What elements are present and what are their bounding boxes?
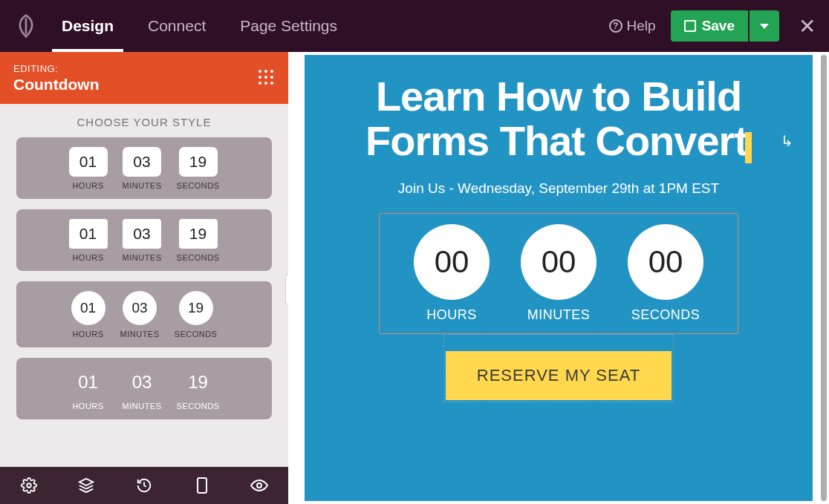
style2-hours-label: HOURS — [72, 253, 103, 262]
style3-minutes-label: MINUTES — [120, 330, 160, 338]
save-group: Save — [671, 10, 779, 42]
svg-rect-2 — [198, 478, 207, 493]
style-option-circle[interactable]: 01HOURS 03MINUTES 19SECONDS — [16, 281, 272, 347]
style1-seconds: 19 — [179, 147, 218, 177]
history-icon — [136, 477, 152, 494]
style-heading: CHOOSE YOUR STYLE — [0, 104, 288, 137]
top-bar: Design Connect Page Settings ? Help Save… — [0, 0, 829, 52]
hero-title[interactable]: Learn How to Build Forms That Convert — [358, 74, 759, 164]
style4-seconds: 19 — [179, 367, 218, 397]
hero-subtitle[interactable]: Join Us - Wednesday, September 29th at 1… — [398, 180, 719, 197]
style3-hours: 01 — [71, 291, 105, 325]
style2-hours: 01 — [69, 219, 108, 249]
help-label: Help — [627, 18, 656, 34]
main-area: EDITING: Countdown CHOOSE YOUR STYLE 01H… — [0, 52, 829, 504]
close-button[interactable]: ✕ — [799, 14, 816, 39]
preview-minutes: 00 — [521, 224, 596, 300]
save-label: Save — [702, 18, 735, 34]
style2-seconds-label: SECONDS — [177, 253, 220, 262]
page-preview[interactable]: Learn How to Build Forms That Convert ↳ … — [305, 55, 813, 501]
layers-button[interactable] — [77, 477, 95, 494]
save-button[interactable]: Save — [671, 10, 748, 42]
style3-seconds-label: SECONDS — [175, 330, 218, 338]
help-icon: ? — [609, 19, 622, 33]
eye-icon — [250, 479, 268, 492]
svg-point-0 — [27, 483, 31, 488]
left-bottom-toolbar — [0, 467, 288, 504]
cursor-flourish-icon: ↳ — [781, 132, 793, 150]
style1-seconds-label: SECONDS — [177, 181, 220, 190]
style-list: 01HOURS 03MINUTES 19SECONDS 01HOURS 03MI… — [0, 137, 288, 467]
cta-wrapper: RESERVE MY SEAT — [443, 334, 674, 402]
left-panel: EDITING: Countdown CHOOSE YOUR STYLE 01H… — [0, 52, 288, 504]
style1-hours-label: HOURS — [72, 181, 103, 190]
leaf-icon — [13, 13, 39, 39]
gear-icon — [21, 477, 37, 494]
style3-hours-label: HOURS — [72, 330, 103, 338]
preview-seconds-label: SECONDS — [631, 307, 700, 323]
style2-seconds: 19 — [179, 219, 218, 249]
hero-title-line2: Forms That Convert — [365, 117, 747, 164]
preview-pane: Learn How to Build Forms That Convert ↳ … — [288, 52, 829, 504]
tab-connect[interactable]: Connect — [131, 0, 223, 52]
chevron-down-icon — [760, 24, 769, 29]
svg-point-4 — [257, 483, 261, 488]
style4-hours: 01 — [69, 367, 108, 397]
tab-page-settings[interactable]: Page Settings — [223, 0, 354, 52]
style-option-square[interactable]: 01HOURS 03MINUTES 19SECONDS — [16, 209, 272, 271]
settings-button[interactable] — [20, 477, 38, 494]
device-preview-button[interactable] — [193, 477, 211, 494]
editing-label: EDITING: — [13, 63, 99, 74]
top-tabs: Design Connect Page Settings — [45, 0, 354, 52]
style-option-rounded[interactable]: 01HOURS 03MINUTES 19SECONDS — [16, 137, 272, 199]
style1-minutes-label: MINUTES — [123, 181, 162, 190]
style3-seconds: 19 — [179, 291, 213, 325]
save-icon — [684, 20, 696, 32]
style4-minutes: 03 — [123, 367, 161, 397]
style4-hours-label: HOURS — [72, 402, 103, 410]
panel-header: EDITING: Countdown — [0, 52, 288, 104]
style1-hours: 01 — [69, 147, 108, 177]
editing-block-name: Countdown — [13, 76, 99, 94]
cta-button[interactable]: RESERVE MY SEAT — [446, 351, 672, 400]
preview-hours-label: HOURS — [426, 307, 477, 323]
preview-scrollbar[interactable] — [821, 55, 827, 501]
text-cursor — [745, 132, 752, 163]
mobile-icon — [196, 477, 208, 494]
preview-hours: 00 — [414, 224, 490, 300]
style2-minutes: 03 — [123, 219, 161, 249]
preview-seconds: 00 — [628, 224, 703, 300]
countdown-block[interactable]: 00HOURS 00MINUTES 00SECONDS — [379, 213, 738, 334]
style-option-plain[interactable]: 01HOURS 03MINUTES 19SECONDS — [16, 358, 272, 419]
tab-design[interactable]: Design — [45, 0, 131, 52]
history-button[interactable] — [135, 477, 153, 494]
hero-title-line1: Learn How to Build — [376, 73, 741, 120]
save-dropdown[interactable] — [750, 10, 779, 42]
style1-minutes: 03 — [123, 147, 161, 177]
preview-minutes-label: MINUTES — [527, 307, 591, 323]
help-button[interactable]: ? Help — [609, 18, 656, 34]
style2-minutes-label: MINUTES — [123, 253, 162, 262]
style4-minutes-label: MINUTES — [123, 402, 162, 410]
preview-button[interactable] — [250, 477, 268, 494]
layers-icon — [78, 477, 94, 494]
style4-seconds-label: SECONDS — [177, 402, 220, 410]
svg-marker-1 — [79, 479, 93, 485]
style3-minutes: 03 — [123, 291, 157, 325]
drag-handle-icon[interactable] — [259, 70, 275, 86]
brand-logo — [7, 13, 45, 39]
